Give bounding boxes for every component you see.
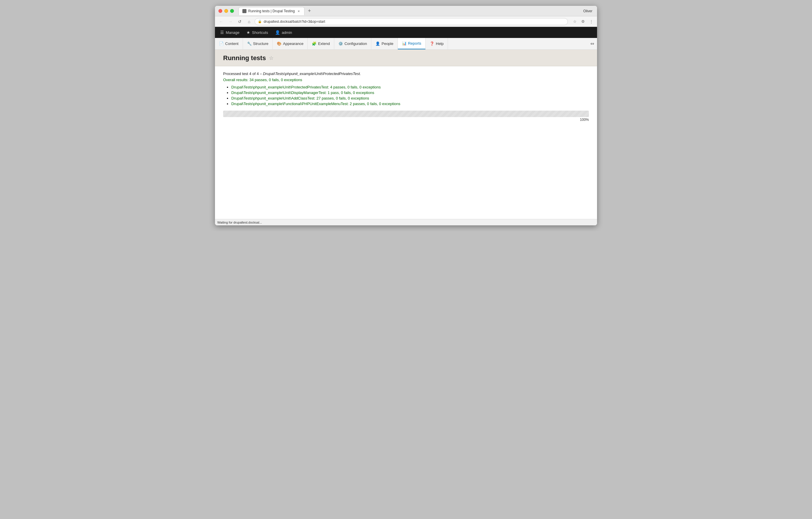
nav-spacer — [448, 38, 587, 49]
nav-configuration[interactable]: ⚙️ Configuration — [334, 38, 371, 49]
more-button[interactable]: ⋮ — [588, 18, 595, 25]
tab-close-button[interactable]: ✕ — [297, 9, 301, 13]
help-label: Help — [436, 42, 444, 46]
bookmark-star-icon[interactable]: ☆ — [269, 55, 273, 61]
progress-bar-wrapper — [223, 111, 589, 117]
help-icon: ❓ — [430, 42, 434, 46]
extensions-button[interactable]: ⚙ — [580, 18, 586, 25]
processed-text: Processed test 4 of 4 – Drupal\Tests\php… — [223, 72, 589, 76]
nav-collapse-button[interactable]: ⇔ — [587, 38, 597, 49]
star-icon: ★ — [246, 30, 250, 35]
appearance-icon: 🎨 — [277, 42, 282, 46]
people-icon: 👤 — [375, 42, 380, 46]
nav-people[interactable]: 👤 People — [371, 38, 398, 49]
progress-bar-fill — [223, 111, 589, 117]
progress-container: 100% — [223, 111, 589, 122]
nav-appearance[interactable]: 🎨 Appearance — [273, 38, 308, 49]
address-bar: ← → ↺ ⌂ 🔒 drupaltest.docksal/batch?id=3&… — [215, 16, 597, 27]
extend-icon: 🧩 — [312, 42, 316, 46]
manage-label: Manage — [226, 30, 239, 35]
appearance-label: Appearance — [283, 42, 303, 46]
nav-structure[interactable]: 🔧 Structure — [243, 38, 273, 49]
content-icon: 📄 — [219, 42, 224, 46]
test-results-list: Drupal\Tests\phpunit_example\Unit\Protec… — [223, 85, 589, 106]
configuration-icon: ⚙️ — [338, 42, 343, 46]
admin-menu-item[interactable]: 👤 admin — [272, 28, 295, 36]
bookmark-button[interactable]: ☆ — [571, 18, 578, 25]
browser-actions: ☆ ⚙ ⋮ — [571, 18, 595, 25]
browser-window: Running tests | Drupal Testing ✕ + Olive… — [215, 6, 597, 225]
url-text: drupaltest.docksal/batch?id=3&op=start — [264, 20, 325, 24]
title-bar: Running tests | Drupal Testing ✕ + Olive… — [215, 6, 597, 16]
menu-icon: ☰ — [220, 30, 224, 35]
structure-label: Structure — [253, 42, 269, 46]
nav-reports[interactable]: 📊 Reports — [398, 38, 426, 49]
page-title: Running tests — [223, 54, 266, 62]
tab-bar: Running tests | Drupal Testing ✕ + — [239, 7, 593, 15]
people-label: People — [381, 42, 393, 46]
list-item: Drupal\Tests\phpunit_example\Unit\Displa… — [231, 90, 589, 95]
admin-toolbar: ☰ Manage ★ Shortcuts 👤 admin — [215, 27, 597, 38]
reports-icon: 📊 — [402, 41, 407, 46]
lock-icon: 🔒 — [258, 20, 262, 23]
url-bar[interactable]: 🔒 drupaltest.docksal/batch?id=3&op=start — [255, 18, 568, 25]
traffic-lights — [219, 9, 234, 13]
list-item: Drupal\Tests\phpunit_example\Functional\… — [231, 102, 589, 106]
tab-favicon — [242, 9, 246, 13]
home-button[interactable]: ⌂ — [245, 18, 253, 25]
configuration-label: Configuration — [344, 42, 367, 46]
new-tab-button[interactable]: + — [306, 7, 313, 15]
content-label: Content — [225, 42, 239, 46]
test-result-link[interactable]: Drupal\Tests\phpunit_example\Unit\Displa… — [231, 90, 374, 95]
status-bar: Waiting for drupaltest.docksal... — [215, 219, 597, 225]
progress-percent: 100% — [223, 118, 589, 122]
shortcuts-label: Shortcuts — [252, 30, 268, 35]
nav-menu: 📄 Content 🔧 Structure 🎨 Appearance 🧩 Ext… — [215, 38, 597, 50]
user-icon: 👤 — [275, 30, 280, 35]
content-area: Processed test 4 of 4 – Drupal\Tests\php… — [215, 66, 597, 127]
nav-extend[interactable]: 🧩 Extend — [308, 38, 334, 49]
overall-results: Overall results: 34 passes, 0 fails, 0 e… — [223, 78, 589, 82]
close-button[interactable] — [219, 9, 222, 13]
structure-icon: 🔧 — [247, 42, 252, 46]
reload-button[interactable]: ↺ — [236, 18, 243, 25]
back-button[interactable]: ← — [217, 18, 225, 25]
nav-content[interactable]: 📄 Content — [215, 38, 243, 49]
test-result-link[interactable]: Drupal\Tests\phpunit_example\Unit\Protec… — [231, 85, 381, 89]
maximize-button[interactable] — [230, 9, 234, 13]
nav-help[interactable]: ❓ Help — [426, 38, 448, 49]
list-item: Drupal\Tests\phpunit_example\Unit\Protec… — [231, 85, 589, 89]
user-label: Oliver — [583, 9, 592, 13]
reports-label: Reports — [408, 41, 422, 46]
minimize-button[interactable] — [224, 9, 228, 13]
status-bar-text: Waiting for drupaltest.docksal... — [217, 221, 262, 224]
admin-label: admin — [282, 30, 292, 35]
forward-button[interactable]: → — [227, 18, 234, 25]
list-item: Drupal\Tests\phpunit_example\Unit\AddCla… — [231, 96, 589, 101]
main-content: Running tests ☆ Processed test 4 of 4 – … — [215, 50, 597, 219]
extend-label: Extend — [318, 42, 329, 46]
shortcuts-menu-item[interactable]: ★ Shortcuts — [243, 28, 271, 36]
active-tab[interactable]: Running tests | Drupal Testing ✕ — [239, 7, 304, 15]
tab-label: Running tests | Drupal Testing — [248, 9, 295, 13]
manage-menu-item[interactable]: ☰ Manage — [217, 28, 242, 36]
test-result-link[interactable]: Drupal\Tests\phpunit_example\Unit\AddCla… — [231, 96, 369, 101]
page-header: Running tests ☆ — [215, 50, 597, 66]
test-result-link[interactable]: Drupal\Tests\phpunit_example\Functional\… — [231, 102, 401, 106]
